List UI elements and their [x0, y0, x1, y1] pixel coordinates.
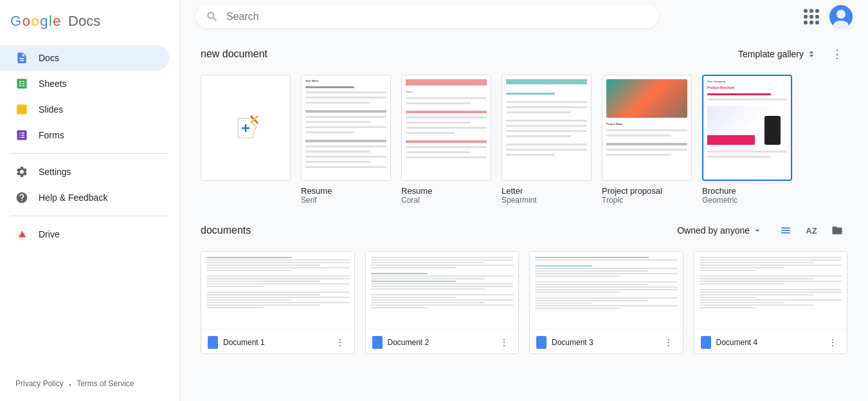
template-sub-resume-serif: Serif: [301, 196, 391, 205]
logo-l: l: [49, 13, 51, 30]
new-blank-document[interactable]: [201, 75, 291, 205]
sidebar-header: Google Docs: [0, 5, 179, 40]
sidebar-item-forms-label: Forms: [39, 130, 64, 140]
slides-icon: [15, 103, 28, 116]
google-logo: Google: [10, 13, 60, 30]
document-card-3[interactable]: Document 3 ⋮: [529, 251, 683, 354]
template-project-tropic[interactable]: Project Name Project proposal Tropic: [602, 75, 692, 205]
template-thumb-resume-serif: Your Name: [301, 75, 391, 181]
sidebar-item-docs-label: Docs: [39, 53, 59, 63]
sidebar-item-help[interactable]: Help & Feedback: [0, 185, 169, 210]
template-resume-coral[interactable]: Name: [401, 75, 491, 205]
sidebar-item-drive-label: Drive: [39, 229, 60, 239]
template-name-resume-coral: Resume: [401, 186, 491, 196]
app-title: Docs: [68, 13, 100, 30]
document-more-3[interactable]: ⋮: [661, 335, 676, 350]
document-preview-2: [366, 252, 519, 329]
forms-icon: [15, 129, 28, 142]
sidebar-item-help-label: Help & Feedback: [39, 192, 107, 203]
template-more-btn[interactable]: ⋮: [827, 44, 847, 64]
sidebar-item-slides-label: Slides: [39, 104, 63, 115]
blank-thumb: [201, 75, 291, 181]
document-more-1[interactable]: ⋮: [332, 335, 348, 350]
logo-g2: g: [40, 13, 48, 30]
sidebar-footer: Privacy Policy · Terms of Service: [0, 371, 179, 401]
template-name-resume-serif: Resume: [301, 186, 391, 196]
documents-header: documents Owned by anyone AZ: [201, 220, 847, 241]
template-section-header: new document Template gallery ⋮: [201, 44, 847, 64]
owned-by-filter[interactable]: Owned by anyone: [669, 221, 770, 239]
document-more-4[interactable]: ⋮: [825, 335, 840, 350]
folder-view-btn[interactable]: [827, 220, 847, 241]
templates-row: Your Name: [201, 75, 847, 205]
document-name-3: Document 3: [552, 338, 656, 347]
sidebar: Google Docs Docs Sheets Slides: [0, 0, 180, 401]
search-input[interactable]: [226, 11, 648, 23]
privacy-link[interactable]: Privacy Policy: [15, 379, 64, 391]
list-view-icon: [780, 225, 791, 236]
document-preview-3: [530, 252, 683, 329]
sidebar-item-sheets-label: Sheets: [39, 79, 67, 89]
sidebar-divider: [10, 153, 169, 154]
sidebar-item-slides[interactable]: Slides: [0, 97, 169, 122]
folder-icon: [831, 225, 843, 236]
document-card-2[interactable]: Document 2 ⋮: [365, 251, 520, 354]
document-footer-2: Document 2 ⋮: [366, 329, 519, 354]
sort-az-btn[interactable]: AZ: [801, 220, 822, 241]
document-footer-1: Document 1 ⋮: [201, 329, 354, 354]
template-sub-brochure: Geometric: [702, 196, 792, 205]
documents-controls: Owned by anyone AZ: [669, 220, 847, 241]
logo-o1: o: [23, 13, 30, 30]
owned-by-label: Owned by anyone: [677, 225, 750, 236]
search-icon: [206, 10, 219, 23]
sidebar-item-docs[interactable]: Docs: [0, 45, 169, 71]
documents-grid: Document 1 ⋮: [201, 251, 847, 354]
template-thumb-letter-spearmint: [502, 75, 592, 181]
docs-icon: [15, 51, 28, 64]
apps-grid-icon[interactable]: [804, 9, 819, 24]
template-thumb-project-tropic: Project Name: [602, 75, 692, 181]
template-letter-spearmint[interactable]: Letter Spearmint: [502, 75, 592, 205]
sidebar-item-drive[interactable]: 🔺 Drive: [0, 221, 169, 247]
doc-file-icon-2: [372, 336, 383, 349]
search-bar[interactable]: [195, 5, 658, 28]
template-name-project: Project proposal: [602, 186, 692, 196]
template-name-letter: Letter: [502, 186, 592, 196]
sidebar-item-settings[interactable]: Settings: [0, 159, 169, 185]
footer-separator: ·: [69, 379, 71, 391]
drive-icon: 🔺: [15, 228, 28, 241]
document-name-2: Document 2: [388, 338, 492, 347]
doc-file-icon-1: [208, 336, 218, 349]
documents-section: documents Owned by anyone AZ: [180, 215, 868, 375]
template-brochure-geometric[interactable]: Your Company Product Brochure: [702, 75, 792, 205]
template-sub-letter: Spearmint: [502, 196, 592, 205]
sort-az-icon: AZ: [806, 226, 817, 236]
sheets-icon: [15, 77, 28, 90]
sidebar-divider-2: [10, 216, 169, 216]
logo-e: e: [53, 13, 60, 30]
doc-file-icon-3: [536, 336, 547, 349]
sidebar-item-sheets[interactable]: Sheets: [0, 71, 169, 97]
chevron-up-down-icon: [806, 49, 817, 59]
template-section: new document Template gallery ⋮: [180, 33, 868, 215]
document-card-1[interactable]: Document 1 ⋮: [201, 251, 355, 354]
documents-title: documents: [201, 225, 251, 236]
document-card-4[interactable]: Document 4 ⋮: [694, 251, 848, 354]
sidebar-nav: Docs Sheets Slides Forms: [0, 40, 179, 371]
logo-o2: o: [31, 13, 39, 30]
document-more-2[interactable]: ⋮: [496, 335, 512, 350]
template-thumb-brochure: Your Company Product Brochure: [702, 75, 792, 181]
template-resume-serif[interactable]: Your Name: [301, 75, 391, 205]
list-view-btn[interactable]: [775, 220, 796, 241]
sidebar-item-forms[interactable]: Forms: [0, 122, 169, 148]
logo-g: G: [10, 13, 21, 30]
user-avatar[interactable]: [829, 5, 853, 28]
topbar-right: [804, 5, 853, 28]
document-name-1: Document 1: [223, 338, 327, 347]
document-footer-4: Document 4 ⋮: [694, 329, 847, 354]
doc-file-icon-4: [701, 336, 711, 349]
template-gallery-btn[interactable]: Template gallery: [733, 45, 822, 63]
document-name-4: Document 4: [716, 338, 820, 347]
terms-link[interactable]: Terms of Service: [77, 379, 134, 391]
template-sub-project: Tropic: [602, 196, 692, 205]
